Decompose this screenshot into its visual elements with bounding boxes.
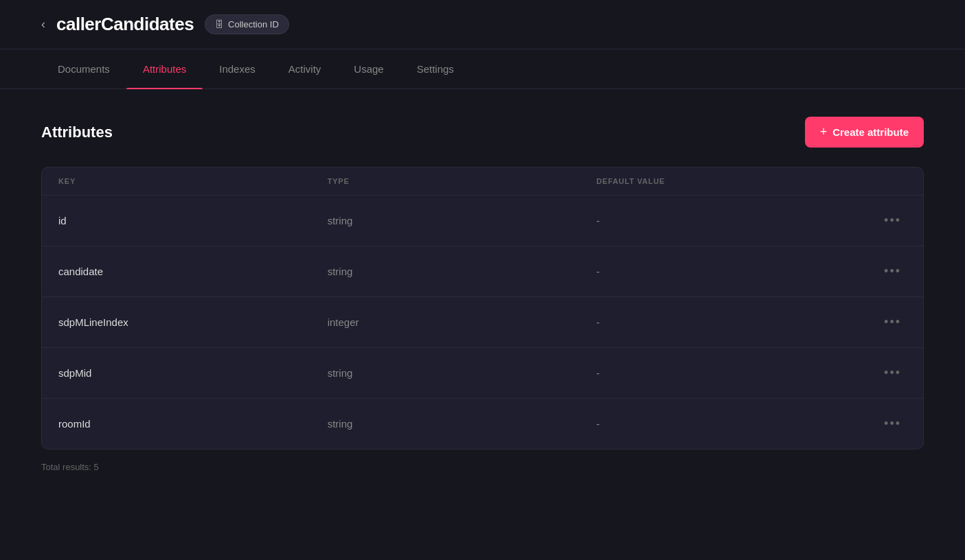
column-header-actions [865,177,907,185]
navigation-tabs: Documents Attributes Indexes Activity Us… [0,49,965,89]
row-key: candidate [58,266,328,277]
row-default: - [596,367,865,379]
total-results: Total results: 5 [41,462,924,472]
collection-title: callerCandidates [56,14,194,35]
row-more-button[interactable]: ••• [878,211,907,231]
section-title: Attributes [41,124,113,141]
tab-settings[interactable]: Settings [400,49,470,89]
row-type: integer [328,316,597,328]
column-header-default: DEFAULT VALUE [596,177,865,185]
row-type: string [328,266,597,277]
row-key: sdpMLineIndex [58,316,328,328]
row-actions: ••• [865,414,907,434]
attributes-table: KEY TYPE DEFAULT VALUE id string - ••• c… [41,167,924,450]
collection-id-badge[interactable]: 🗄 Collection ID [205,14,289,34]
row-more-button[interactable]: ••• [878,363,907,383]
table-row: sdpMid string - ••• [42,348,923,399]
row-actions: ••• [865,312,907,332]
row-more-button[interactable]: ••• [878,312,907,332]
table-row: sdpMLineIndex integer - ••• [42,297,923,348]
row-key: roomId [58,418,328,430]
row-default: - [596,316,865,328]
row-default: - [596,215,865,226]
row-default: - [596,418,865,430]
row-more-button[interactable]: ••• [878,261,907,281]
column-header-key: KEY [58,177,328,185]
row-actions: ••• [865,211,907,231]
table-row: candidate string - ••• [42,246,923,297]
row-type: string [328,418,597,430]
tab-activity[interactable]: Activity [272,49,338,89]
row-key: id [58,215,328,226]
tab-documents[interactable]: Documents [41,49,126,89]
table-header: KEY TYPE DEFAULT VALUE [42,167,923,196]
column-header-type: TYPE [328,177,597,185]
collection-id-label: Collection ID [228,19,279,30]
create-attribute-button[interactable]: + Create attribute [805,117,924,148]
row-actions: ••• [865,363,907,383]
content-header: Attributes + Create attribute [41,117,924,148]
row-type: string [328,367,597,379]
row-default: - [596,266,865,277]
row-actions: ••• [865,261,907,281]
plus-icon: + [820,125,828,139]
tab-indexes[interactable]: Indexes [203,49,272,89]
tab-usage[interactable]: Usage [337,49,400,89]
row-type: string [328,215,597,226]
table-row: roomId string - ••• [42,399,923,449]
tab-attributes[interactable]: Attributes [126,49,203,89]
row-key: sdpMid [58,367,328,379]
back-button[interactable]: ‹ [41,17,45,32]
row-more-button[interactable]: ••• [878,414,907,434]
create-attribute-label: Create attribute [832,126,909,138]
main-content: Attributes + Create attribute KEY TYPE D… [0,89,965,500]
page-header: ‹ callerCandidates 🗄 Collection ID [0,0,965,49]
database-icon: 🗄 [215,19,224,30]
table-row: id string - ••• [42,196,923,246]
